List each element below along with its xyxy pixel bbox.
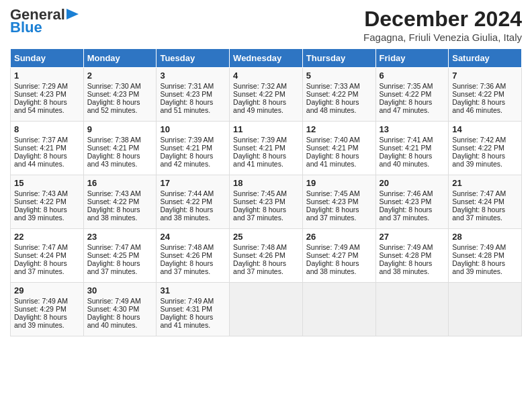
daylight-text: Daylight: 8 hours and 51 minutes. [160, 98, 213, 114]
sunset-text: Sunset: 4:22 PM [233, 90, 285, 98]
sunrise-text: Sunrise: 7:47 AM [14, 243, 68, 251]
daylight-text: Daylight: 8 hours and 37 minutes. [87, 259, 140, 275]
day-number: 29 [14, 285, 80, 295]
calendar-week-row: 22Sunrise: 7:47 AMSunset: 4:24 PMDayligh… [11, 229, 522, 283]
sunrise-text: Sunrise: 7:30 AM [87, 82, 141, 90]
sunrise-text: Sunrise: 7:33 AM [306, 82, 360, 90]
calendar-header-row: Sunday Monday Tuesday Wednesday Thursday… [11, 49, 522, 68]
sunset-text: Sunset: 4:23 PM [14, 90, 66, 98]
col-tuesday: Tuesday [157, 49, 230, 68]
sunset-text: Sunset: 4:22 PM [14, 197, 66, 205]
daylight-text: Daylight: 8 hours and 52 minutes. [87, 98, 140, 114]
daylight-text: Daylight: 8 hours and 37 minutes. [160, 259, 213, 275]
sunrise-text: Sunrise: 7:39 AM [233, 136, 287, 144]
sunset-text: Sunset: 4:21 PM [306, 144, 359, 152]
day-number: 23 [87, 232, 153, 242]
sunset-text: Sunset: 4:29 PM [14, 305, 66, 313]
day-number: 12 [306, 124, 372, 134]
table-row: 7Sunrise: 7:36 AMSunset: 4:22 PMDaylight… [449, 68, 522, 122]
sunrise-text: Sunrise: 7:44 AM [160, 189, 214, 197]
page-header: General Blue December 2024 Fagagna, Friu… [10, 7, 522, 43]
col-wednesday: Wednesday [230, 49, 303, 68]
table-row: 2Sunrise: 7:30 AMSunset: 4:23 PMDaylight… [83, 68, 157, 122]
table-row [302, 283, 375, 336]
sunset-text: Sunset: 4:21 PM [233, 144, 285, 152]
sunrise-text: Sunrise: 7:46 AM [380, 189, 433, 197]
sunset-text: Sunset: 4:24 PM [14, 251, 66, 259]
sunset-text: Sunset: 4:23 PM [380, 197, 432, 205]
table-row: 31Sunrise: 7:49 AMSunset: 4:31 PMDayligh… [157, 283, 230, 336]
sunset-text: Sunset: 4:24 PM [452, 197, 504, 205]
day-number: 26 [306, 232, 372, 242]
calendar-week-row: 8Sunrise: 7:37 AMSunset: 4:21 PMDaylight… [11, 122, 522, 175]
table-row: 20Sunrise: 7:46 AMSunset: 4:23 PMDayligh… [375, 175, 449, 229]
daylight-text: Daylight: 8 hours and 46 minutes. [452, 98, 505, 114]
daylight-text: Daylight: 8 hours and 40 minutes. [380, 152, 433, 168]
sunrise-text: Sunrise: 7:49 AM [452, 243, 506, 251]
table-row: 28Sunrise: 7:49 AMSunset: 4:28 PMDayligh… [449, 229, 522, 283]
day-number: 11 [233, 124, 299, 134]
sunset-text: Sunset: 4:28 PM [380, 251, 432, 259]
sunset-text: Sunset: 4:23 PM [160, 90, 212, 98]
table-row: 5Sunrise: 7:33 AMSunset: 4:22 PMDaylight… [302, 68, 375, 122]
table-row: 13Sunrise: 7:41 AMSunset: 4:21 PMDayligh… [375, 122, 449, 175]
sunrise-text: Sunrise: 7:36 AM [452, 82, 506, 90]
sunrise-text: Sunrise: 7:49 AM [14, 297, 68, 305]
daylight-text: Daylight: 8 hours and 38 minutes. [87, 205, 140, 222]
daylight-text: Daylight: 8 hours and 37 minutes. [233, 205, 286, 222]
sunset-text: Sunset: 4:21 PM [380, 144, 432, 152]
calendar-week-row: 29Sunrise: 7:49 AMSunset: 4:29 PMDayligh… [11, 283, 522, 336]
table-row: 14Sunrise: 7:42 AMSunset: 4:22 PMDayligh… [449, 122, 522, 175]
svg-marker-0 [66, 9, 79, 19]
sunset-text: Sunset: 4:23 PM [306, 197, 359, 205]
table-row: 9Sunrise: 7:38 AMSunset: 4:21 PMDaylight… [83, 122, 157, 175]
daylight-text: Daylight: 8 hours and 37 minutes. [14, 259, 67, 275]
col-friday: Friday [375, 49, 449, 68]
table-row: 24Sunrise: 7:48 AMSunset: 4:26 PMDayligh… [157, 229, 230, 283]
sunset-text: Sunset: 4:27 PM [306, 251, 359, 259]
daylight-text: Daylight: 8 hours and 38 minutes. [160, 205, 213, 222]
daylight-text: Daylight: 8 hours and 39 minutes. [452, 259, 505, 275]
day-number: 1 [14, 71, 80, 81]
daylight-text: Daylight: 8 hours and 47 minutes. [380, 98, 433, 114]
sunset-text: Sunset: 4:21 PM [160, 144, 212, 152]
sunrise-text: Sunrise: 7:48 AM [160, 243, 214, 251]
table-row: 27Sunrise: 7:49 AMSunset: 4:28 PMDayligh… [375, 229, 449, 283]
table-row: 23Sunrise: 7:47 AMSunset: 4:25 PMDayligh… [83, 229, 157, 283]
table-row: 8Sunrise: 7:37 AMSunset: 4:21 PMDaylight… [11, 122, 84, 175]
table-row: 29Sunrise: 7:49 AMSunset: 4:29 PMDayligh… [11, 283, 84, 336]
table-row: 11Sunrise: 7:39 AMSunset: 4:21 PMDayligh… [230, 122, 303, 175]
page-subtitle: Fagagna, Friuli Venezia Giulia, Italy [363, 32, 522, 43]
sunrise-text: Sunrise: 7:38 AM [87, 136, 141, 144]
table-row: 21Sunrise: 7:47 AMSunset: 4:24 PMDayligh… [449, 175, 522, 229]
page-title: December 2024 [363, 7, 522, 32]
day-number: 30 [87, 285, 153, 295]
table-row: 26Sunrise: 7:49 AMSunset: 4:27 PMDayligh… [302, 229, 375, 283]
table-row: 15Sunrise: 7:43 AMSunset: 4:22 PMDayligh… [11, 175, 84, 229]
daylight-text: Daylight: 8 hours and 42 minutes. [160, 152, 213, 168]
sunrise-text: Sunrise: 7:43 AM [87, 189, 141, 197]
daylight-text: Daylight: 8 hours and 37 minutes. [452, 205, 505, 222]
sunrise-text: Sunrise: 7:31 AM [160, 82, 214, 90]
day-number: 24 [160, 232, 226, 242]
daylight-text: Daylight: 8 hours and 40 minutes. [87, 313, 140, 329]
sunset-text: Sunset: 4:31 PM [160, 305, 212, 313]
sunset-text: Sunset: 4:26 PM [233, 251, 285, 259]
logo-blue: Blue [10, 20, 42, 35]
table-row: 18Sunrise: 7:45 AMSunset: 4:23 PMDayligh… [230, 175, 303, 229]
daylight-text: Daylight: 8 hours and 48 minutes. [306, 98, 359, 114]
day-number: 9 [87, 124, 153, 134]
sunrise-text: Sunrise: 7:48 AM [233, 243, 287, 251]
logo-arrow-icon [66, 9, 79, 19]
sunset-text: Sunset: 4:22 PM [306, 90, 359, 98]
col-thursday: Thursday [302, 49, 375, 68]
col-saturday: Saturday [449, 49, 522, 68]
daylight-text: Daylight: 8 hours and 39 minutes. [452, 152, 505, 168]
day-number: 4 [233, 71, 299, 81]
sunrise-text: Sunrise: 7:43 AM [14, 189, 68, 197]
day-number: 2 [87, 71, 153, 81]
sunrise-text: Sunrise: 7:45 AM [306, 189, 360, 197]
sunset-text: Sunset: 4:26 PM [160, 251, 212, 259]
day-number: 13 [380, 124, 445, 134]
title-block: December 2024 Fagagna, Friuli Venezia Gi… [363, 7, 522, 43]
